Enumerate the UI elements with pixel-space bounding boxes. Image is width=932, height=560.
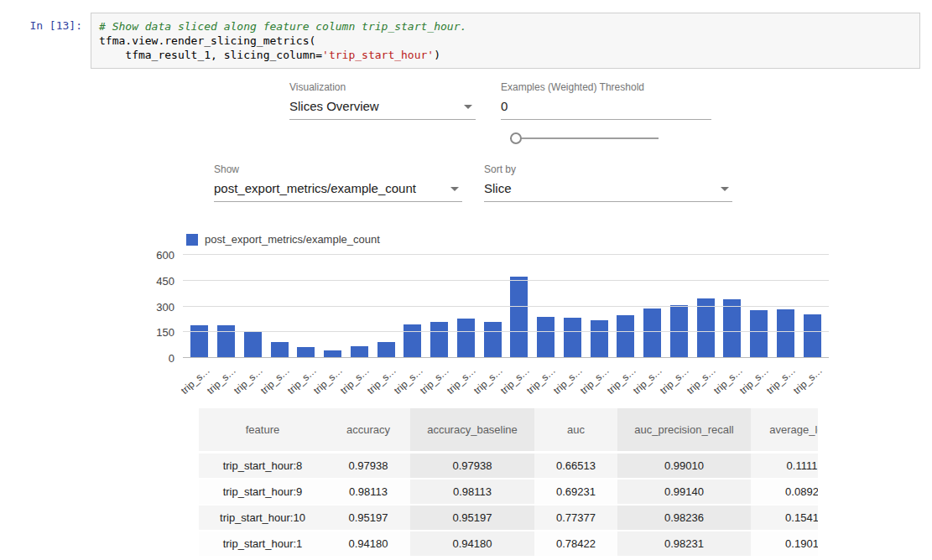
notebook-page: In [13]: # Show data sliced along featur… bbox=[0, 13, 932, 549]
bar-chart: trip_s…trip_s…trip_s…trip_s…trip_s…trip_… bbox=[183, 255, 829, 358]
threshold-slider[interactable] bbox=[510, 132, 659, 145]
column-header[interactable]: accuracy_baseline bbox=[410, 408, 534, 454]
bar[interactable] bbox=[190, 325, 208, 358]
sort-by-select[interactable]: Slice bbox=[484, 179, 732, 202]
column-header[interactable]: average_loss bbox=[751, 408, 818, 454]
bar[interactable] bbox=[617, 315, 634, 358]
gridline bbox=[183, 254, 829, 255]
show-label: Show bbox=[214, 163, 462, 175]
metric-cell: 0.99010 bbox=[617, 454, 751, 480]
bar[interactable] bbox=[351, 346, 368, 358]
bar-slot bbox=[666, 255, 693, 358]
bar[interactable] bbox=[244, 331, 262, 358]
column-header[interactable]: feature bbox=[199, 408, 326, 454]
cell-prompt: In [13]: bbox=[0, 13, 91, 69]
code-editor[interactable]: # Show data sliced along feature column … bbox=[91, 13, 920, 69]
y-axis-tick: 600 bbox=[138, 249, 174, 262]
bar[interactable] bbox=[510, 277, 528, 358]
bar[interactable] bbox=[377, 342, 395, 358]
bar-slot bbox=[799, 255, 825, 358]
bar-slot bbox=[213, 255, 240, 358]
code-text: # Show data sliced along feature column … bbox=[99, 19, 912, 62]
bar[interactable] bbox=[457, 319, 475, 358]
chevron-down-icon bbox=[721, 187, 729, 191]
sort-by-label: Sort by bbox=[484, 163, 732, 175]
metric-cell: 0.77377 bbox=[534, 506, 617, 531]
y-axis-tick: 300 bbox=[138, 301, 174, 314]
metric-cell: 0.69231 bbox=[534, 480, 617, 506]
bar[interactable] bbox=[217, 325, 235, 358]
bar-slot bbox=[320, 255, 346, 358]
column-header[interactable]: auc_precision_recall bbox=[617, 408, 751, 454]
metric-cell: 0.95197 bbox=[410, 506, 534, 531]
code-comment: # Show data sliced along feature column … bbox=[99, 20, 466, 33]
visualization-value: Slices Overview bbox=[289, 99, 379, 113]
code-string: 'trip_start_hour' bbox=[322, 49, 434, 61]
metric-cell: 0.98113 bbox=[410, 480, 534, 506]
bar[interactable] bbox=[271, 342, 289, 358]
bar-slot bbox=[612, 255, 639, 358]
bar-slot bbox=[746, 255, 773, 358]
y-axis-tick: 0 bbox=[138, 352, 174, 365]
code-line3-pre: tfma_result_1, slicing_column= bbox=[99, 49, 322, 61]
bar[interactable] bbox=[643, 309, 661, 358]
gridline bbox=[183, 306, 829, 307]
chevron-down-icon bbox=[450, 187, 459, 191]
bar-slot bbox=[426, 255, 453, 358]
bar[interactable] bbox=[591, 320, 608, 358]
bar[interactable] bbox=[404, 324, 421, 358]
bar[interactable] bbox=[537, 317, 555, 358]
column-header[interactable]: accuracy bbox=[326, 408, 410, 454]
bar-slot bbox=[346, 255, 373, 358]
metric-cell: 0.98113 bbox=[326, 480, 410, 506]
sort-by-value: Slice bbox=[484, 181, 512, 195]
code-cell: In [13]: # Show data sliced along featur… bbox=[0, 13, 920, 69]
cell-output: Visualization Slices Overview Examples (… bbox=[0, 69, 932, 549]
metric-cell: 0.98236 bbox=[617, 506, 751, 531]
bar[interactable] bbox=[777, 309, 794, 358]
bar-slot bbox=[533, 255, 560, 358]
table-header-row: featureaccuracyaccuracy_baselineaucauc_p… bbox=[199, 408, 818, 454]
feature-cell: trip_start_hour:10 bbox=[199, 506, 326, 531]
metric-cell: 0.98231 bbox=[617, 531, 751, 557]
slider-track[interactable] bbox=[510, 137, 659, 139]
bar-slot bbox=[479, 255, 506, 358]
table-row: trip_start_hour:90.981130.981130.692310.… bbox=[199, 480, 818, 506]
table-row: trip_start_hour:10.941800.941800.784220.… bbox=[199, 531, 818, 557]
y-axis-tick: 450 bbox=[138, 275, 174, 288]
bar[interactable] bbox=[564, 318, 581, 358]
bar[interactable] bbox=[430, 322, 448, 358]
threshold-control: Examples (Weighted) Threshold bbox=[501, 81, 711, 120]
chart-legend: post_export_metrics/example_count bbox=[186, 233, 380, 246]
threshold-input[interactable] bbox=[501, 97, 711, 120]
bar[interactable] bbox=[484, 322, 502, 358]
column-header[interactable]: auc bbox=[534, 408, 617, 454]
metric-cell: 0.94180 bbox=[326, 531, 410, 557]
bar-slot bbox=[453, 255, 480, 358]
bar[interactable] bbox=[750, 310, 768, 358]
code-line3-close: ) bbox=[434, 49, 440, 61]
visualization-select[interactable]: Slices Overview bbox=[289, 97, 476, 120]
show-select[interactable]: post_export_metrics/example_count bbox=[214, 179, 462, 202]
metrics-table: featureaccuracyaccuracy_baselineaucauc_p… bbox=[199, 408, 818, 557]
metric-cell: 0.0892 bbox=[751, 480, 818, 506]
bar-slot bbox=[773, 255, 799, 358]
legend-label: post_export_metrics/example_count bbox=[205, 233, 380, 246]
bar[interactable] bbox=[697, 298, 715, 358]
show-value: post_export_metrics/example_count bbox=[214, 181, 416, 195]
table-row: trip_start_hour:100.951970.951970.773770… bbox=[199, 506, 818, 531]
chart-plot-area bbox=[186, 255, 825, 358]
bar[interactable] bbox=[723, 299, 741, 358]
x-axis: trip_s…trip_s…trip_s…trip_s…trip_s…trip_… bbox=[186, 359, 825, 396]
threshold-label: Examples (Weighted) Threshold bbox=[501, 81, 711, 93]
bar[interactable] bbox=[804, 314, 821, 358]
metric-cell: 0.1111 bbox=[751, 454, 818, 480]
metric-cell: 0.1901 bbox=[751, 531, 818, 557]
x-axis-label: trip_s… bbox=[178, 365, 211, 397]
metric-cell: 0.1541 bbox=[751, 506, 818, 531]
metric-cell: 0.97938 bbox=[326, 454, 410, 480]
sort-by-control: Sort by Slice bbox=[484, 163, 732, 202]
slider-thumb[interactable] bbox=[510, 132, 522, 144]
legend-swatch bbox=[186, 234, 198, 246]
bar-slot bbox=[186, 255, 213, 358]
